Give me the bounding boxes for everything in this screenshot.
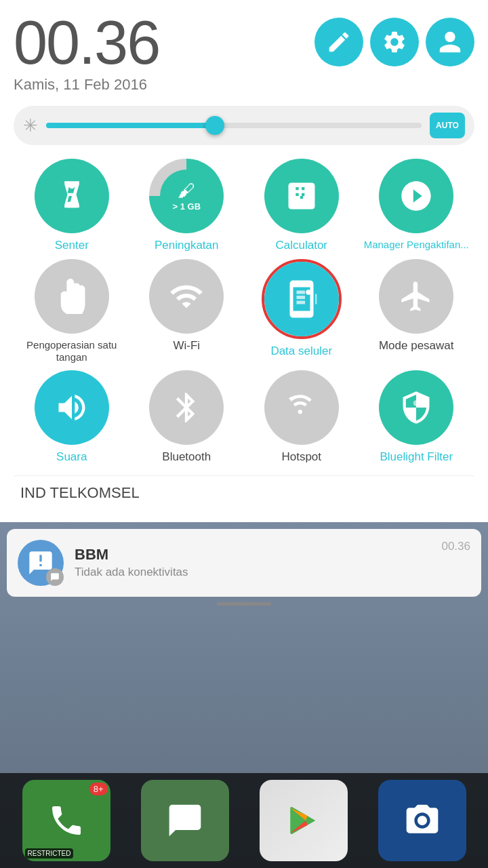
qs-mode-pesawat[interactable]: Mode pesawat	[361, 259, 472, 363]
one-hand-icon	[54, 279, 89, 314]
camera-icon	[403, 802, 441, 840]
qs-pengoperasian[interactable]: Pengoperasian satu tangan	[16, 259, 127, 363]
wifi-circle	[149, 259, 224, 334]
notif-content: BBM Tidak ada konektivitas	[75, 546, 430, 579]
brightness-low-icon: ✳	[23, 115, 38, 136]
hotspot-circle	[264, 370, 339, 445]
notif-icon-wrap	[18, 540, 64, 586]
calculator-circle	[264, 159, 339, 233]
header-row: 00.36 Kamis, 11 Feb 2016	[14, 12, 474, 94]
data-seluler-outline	[262, 259, 342, 339]
settings-icon	[382, 29, 407, 55]
time-block: 00.36 Kamis, 11 Feb 2016	[14, 12, 159, 94]
pengoperasian-label: Pengoperasian satu tangan	[16, 339, 127, 363]
mode-pesawat-circle	[379, 259, 453, 334]
gb-label: > 1 GB	[172, 201, 201, 212]
qs-senter[interactable]: Senter	[16, 159, 127, 252]
qs-suara[interactable]: Suara	[16, 370, 127, 464]
notif-message-badge	[46, 568, 64, 586]
quick-settings-grid: Senter 🖌 > 1 GB Peningkatan Calculator	[14, 159, 474, 465]
data-seluler-label: Data seluler	[270, 344, 332, 358]
svg-point-1	[306, 290, 311, 296]
user-icon	[437, 29, 463, 55]
qs-data-seluler[interactable]: Data seluler	[246, 259, 357, 363]
profile-button[interactable]	[426, 18, 474, 66]
suara-circle	[35, 370, 109, 445]
bottom-nav-bar: 8+ RESTRICTED	[0, 773, 488, 868]
calculator-label: Calculator	[275, 239, 327, 252]
phone-restricted: RESTRICTED	[25, 848, 74, 859]
settings-button[interactable]	[370, 18, 419, 66]
carrier-row: IND TELKOMSEL	[14, 475, 474, 509]
brightness-slider[interactable]	[46, 123, 422, 128]
notif-app-name: BBM	[75, 546, 430, 564]
camera-app-button[interactable]	[378, 780, 466, 861]
peningkatan-inner: 🖌 > 1 GB	[160, 170, 213, 222]
qs-bluetooth[interactable]: Bluetooth	[131, 370, 243, 464]
clock-display: 00.36	[14, 12, 159, 73]
qs-manager[interactable]: Manager Pengaktifan...	[361, 159, 472, 252]
data-seluler-circle	[264, 262, 339, 336]
paintbrush-icon: 🖌	[178, 180, 195, 201]
play-store-button[interactable]	[260, 780, 348, 861]
play-store-icon	[286, 803, 321, 838]
bluelight-label: Bluelight Filter	[380, 450, 453, 464]
brightness-thumb[interactable]	[205, 116, 224, 135]
wifi-icon	[169, 279, 204, 314]
top-icons-row	[314, 18, 474, 66]
volume-icon	[54, 390, 89, 425]
notif-message: Tidak ada konektivitas	[75, 566, 430, 579]
manager-circle	[379, 159, 453, 233]
qs-hotspot[interactable]: Hotspot	[246, 370, 357, 464]
brightness-row: ✳ AUTO	[14, 106, 474, 145]
bluetooth-icon	[169, 390, 204, 425]
bluelight-icon	[399, 390, 434, 425]
mode-pesawat-label: Mode pesawat	[379, 339, 454, 353]
brightness-fill	[46, 123, 215, 128]
manager-label: Manager Pengaktifan...	[364, 239, 469, 251]
message-small-icon	[50, 572, 60, 582]
peningkatan-circle: 🖌 > 1 GB	[149, 159, 224, 233]
bluetooth-label: Bluetooth	[162, 450, 211, 464]
qs-peningkatan[interactable]: 🖌 > 1 GB Peningkatan	[131, 159, 243, 252]
qs-calculator[interactable]: Calculator	[246, 159, 357, 252]
calculator-icon	[284, 178, 319, 214]
data-seluler-icon	[281, 279, 322, 319]
svg-point-2	[413, 401, 420, 407]
senter-label: Senter	[55, 239, 89, 252]
hotspot-icon	[284, 390, 319, 425]
phone-app-button[interactable]: 8+ RESTRICTED	[22, 780, 110, 861]
edit-button[interactable]	[314, 18, 363, 66]
notif-time: 00.36	[441, 540, 470, 553]
notification-panel[interactable]: BBM Tidak ada konektivitas 00.36	[7, 529, 481, 597]
airplane-icon	[399, 279, 434, 314]
suara-label: Suara	[56, 450, 87, 464]
date-display: Kamis, 11 Feb 2016	[14, 76, 159, 94]
bluelight-circle	[379, 370, 453, 445]
home-indicator-area	[0, 602, 488, 606]
edit-icon	[326, 29, 352, 55]
main-panel: 00.36 Kamis, 11 Feb 2016	[0, 0, 488, 522]
hotspot-label: Hotspot	[281, 450, 321, 464]
flashlight-icon	[54, 178, 89, 214]
manager-icon	[399, 178, 434, 214]
messages-icon	[166, 802, 204, 840]
qs-wifi[interactable]: Wi-Fi	[131, 259, 243, 363]
phone-icon	[47, 802, 85, 840]
carrier-name: IND TELKOMSEL	[20, 484, 468, 502]
auto-brightness-button[interactable]: AUTO	[430, 113, 465, 138]
phone-badge: 8+	[89, 783, 108, 795]
bluetooth-circle	[149, 370, 224, 445]
wifi-label: Wi-Fi	[173, 339, 200, 353]
senter-circle	[35, 159, 109, 233]
home-indicator	[217, 602, 271, 606]
qs-bluelight[interactable]: Bluelight Filter	[361, 370, 472, 464]
pengoperasian-circle	[35, 259, 109, 334]
peningkatan-label: Peningkatan	[155, 239, 219, 252]
svg-point-0	[68, 183, 75, 189]
messages-app-button[interactable]	[141, 780, 229, 861]
